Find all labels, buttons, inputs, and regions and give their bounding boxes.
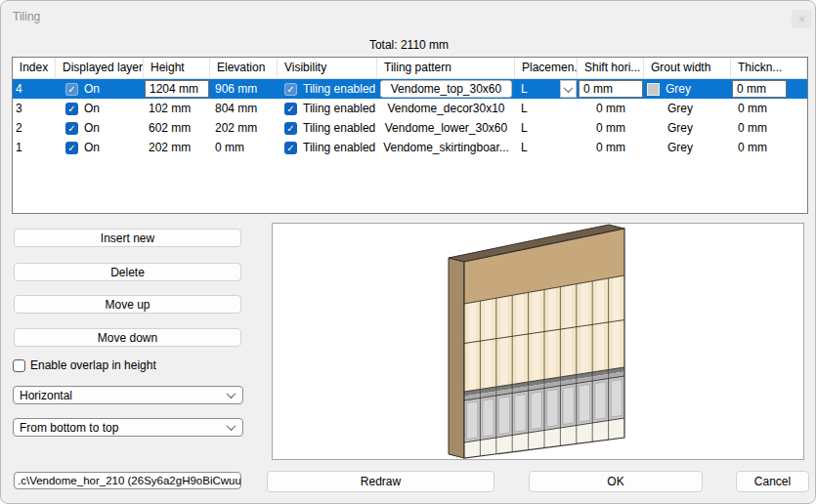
cell-placement[interactable]: L [515, 138, 578, 157]
cell-shift[interactable]: 0 mm [578, 79, 644, 99]
cell-displayed-layer[interactable]: ✓ On [56, 138, 144, 157]
column-header-grout-width[interactable]: Grout width [644, 58, 731, 79]
chevron-down-icon [227, 389, 236, 399]
table-row[interactable]: 2 ✓ On 602 mm 202 mm ✓ Tiling enabled Ve… [13, 118, 807, 138]
cell-elevation[interactable]: 202 mm [210, 118, 278, 138]
chevron-down-icon [227, 421, 236, 431]
visibility-label: Tiling enabled [303, 141, 375, 154]
insert-new-button[interactable]: Insert new [14, 229, 241, 247]
cell-grout[interactable]: Grey [644, 138, 731, 157]
height-input[interactable]: 1204 mm [145, 80, 209, 98]
wall-preview-panel[interactable] [272, 223, 804, 460]
cell-height[interactable]: 602 mm [144, 118, 210, 138]
cell-shift[interactable]: 0 mm [578, 138, 644, 157]
grout-color-swatch[interactable] [647, 83, 660, 96]
column-header-index[interactable]: Index [13, 58, 56, 79]
ok-button[interactable]: OK [529, 471, 703, 492]
delete-button[interactable]: Delete [14, 263, 241, 281]
tiling-layers-table: Index Displayed layer Height Elevation V… [12, 57, 808, 214]
checkbox-checked-icon[interactable]: ✓ [65, 103, 78, 115]
cell-shift[interactable]: 0 mm [578, 99, 644, 118]
cell-height[interactable]: 102 mm [144, 99, 210, 118]
cell-tiling-pattern[interactable]: Vendome_skirtingboar... [377, 138, 515, 157]
visibility-label: Tiling enabled [303, 121, 375, 135]
move-up-button[interactable]: Move up [14, 295, 241, 314]
column-header-shift-horizontal[interactable]: Shift hori... [578, 58, 644, 79]
cell-grout[interactable]: Grey [644, 79, 731, 99]
column-header-visibility[interactable]: Visibility [278, 58, 377, 79]
cell-visibility[interactable]: ✓ Tiling enabled [278, 138, 377, 157]
pattern-file-input[interactable]: .c\Vendome_hor_210 (26Sy6a2gH9oBiCwuuK3P [14, 472, 241, 489]
cell-displayed-layer[interactable]: ✓ On [56, 79, 144, 99]
checkbox-checked-icon[interactable]: ✓ [65, 83, 78, 96]
checkbox-checked-icon[interactable]: ✓ [65, 122, 78, 135]
total-height-label: Total: 2110 mm [12, 38, 806, 52]
cell-shift[interactable]: 0 mm [578, 118, 644, 138]
cell-elevation[interactable]: 0 mm [210, 138, 278, 157]
cancel-button[interactable]: Cancel [736, 471, 809, 492]
on-label: On [84, 82, 100, 96]
cell-index: 1 [13, 138, 56, 157]
cell-placement[interactable]: L [515, 118, 578, 138]
on-label: On [84, 141, 100, 154]
cell-grout[interactable]: Grey [644, 99, 731, 118]
column-header-thickness[interactable]: Thickn... [731, 58, 807, 79]
checkbox-unchecked-icon[interactable] [13, 359, 25, 372]
tiling-pattern-button[interactable]: Vendome_top_30x60 [380, 80, 512, 98]
visibility-label: Tiling enabled [303, 102, 375, 115]
cell-placement[interactable]: L [515, 99, 578, 118]
cell-height[interactable]: 1204 mm [144, 79, 210, 99]
shift-input[interactable]: 0 mm [579, 80, 643, 98]
cell-visibility[interactable]: ✓ Tiling enabled [278, 99, 377, 118]
close-icon[interactable]: × [792, 10, 812, 28]
cell-displayed-layer[interactable]: ✓ On [56, 99, 144, 118]
column-header-placement[interactable]: Placemen... [515, 58, 578, 79]
checkbox-checked-icon[interactable]: ✓ [284, 142, 297, 154]
cell-grout[interactable]: Grey [644, 118, 731, 138]
column-header-elevation[interactable]: Elevation [210, 58, 278, 79]
cell-thickness[interactable]: 0 mm [731, 118, 807, 138]
table-row[interactable]: 4 ✓ On 1204 mm 906 mm ✓ Tiling enabled V… [13, 79, 807, 99]
cell-height[interactable]: 202 mm [144, 138, 210, 157]
cell-displayed-layer[interactable]: ✓ On [56, 118, 144, 138]
checkbox-checked-icon[interactable]: ✓ [284, 83, 297, 96]
enable-overlap-checkbox-row[interactable]: Enable overlap in height [13, 358, 156, 372]
direction-dropdown[interactable]: Horizontal [13, 386, 243, 404]
window-title: Tiling [13, 10, 40, 23]
visibility-label: Tiling enabled [303, 82, 375, 96]
column-header-height[interactable]: Height [144, 58, 210, 79]
column-header-displayed-layer[interactable]: Displayed layer [56, 58, 144, 79]
cell-elevation[interactable]: 804 mm [210, 99, 278, 118]
cell-thickness[interactable]: 0 mm [731, 99, 807, 118]
cell-placement[interactable]: L [515, 79, 578, 99]
checkbox-checked-icon[interactable]: ✓ [65, 142, 78, 154]
cell-index: 2 [13, 118, 56, 138]
table-row[interactable]: 3 ✓ On 102 mm 804 mm ✓ Tiling enabled Ve… [13, 99, 807, 118]
grout-color-name: Grey [666, 82, 691, 96]
checkbox-checked-icon[interactable]: ✓ [284, 103, 297, 115]
tiling-dialog: Tiling × Total: 2110 mm Index Displayed … [0, 0, 816, 504]
thickness-input[interactable]: 0 mm [732, 80, 787, 98]
direction-dropdown-value: Horizontal [20, 389, 72, 402]
title-bar[interactable]: Tiling × [1, 1, 815, 32]
cell-elevation[interactable]: 906 mm [210, 79, 278, 99]
cell-tiling-pattern[interactable]: Vendome_top_30x60 [377, 79, 515, 99]
checkbox-checked-icon[interactable]: ✓ [284, 122, 297, 135]
placement-value: L [521, 82, 528, 96]
cell-thickness[interactable]: 0 mm [731, 138, 807, 157]
redraw-button[interactable]: Redraw [267, 471, 494, 492]
move-down-button[interactable]: Move down [14, 328, 241, 347]
fill-order-dropdown[interactable]: From bottom to top [13, 418, 243, 437]
table-row[interactable]: 1 ✓ On 202 mm 0 mm ✓ Tiling enabled Vend… [13, 138, 807, 157]
cell-visibility[interactable]: ✓ Tiling enabled [278, 79, 377, 99]
cell-thickness[interactable]: 0 mm [731, 79, 807, 99]
cell-visibility[interactable]: ✓ Tiling enabled [278, 118, 377, 138]
chevron-down-icon [564, 83, 574, 93]
column-header-tiling-pattern[interactable]: Tiling pattern [377, 58, 515, 79]
table-header-row: Index Displayed layer Height Elevation V… [13, 58, 807, 79]
cell-tiling-pattern[interactable]: Vendome_decor30x10 [377, 99, 515, 118]
cell-tiling-pattern[interactable]: Vendome_lower_30x60 [377, 118, 515, 138]
on-label: On [84, 102, 100, 115]
on-label: On [84, 121, 100, 135]
placement-dropdown-button[interactable] [560, 80, 577, 98]
